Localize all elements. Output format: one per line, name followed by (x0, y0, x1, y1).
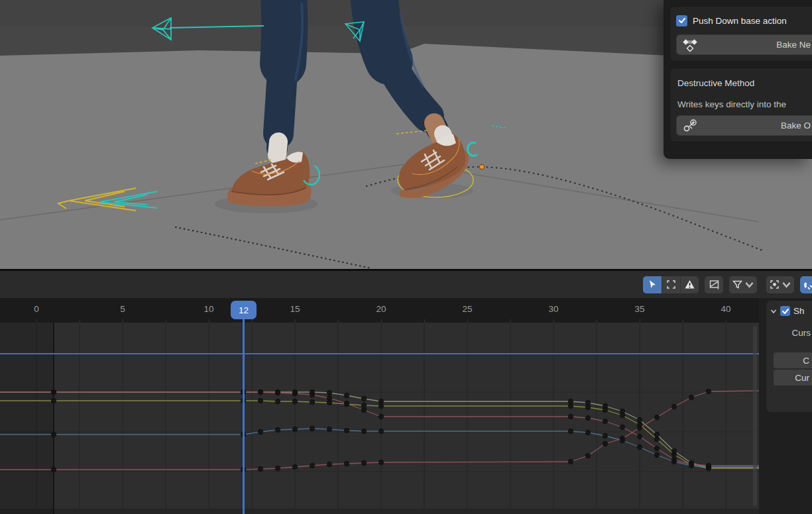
keyframe-dot[interactable] (637, 434, 642, 439)
normalize-button[interactable] (705, 276, 723, 293)
keyframe-dot[interactable] (620, 413, 625, 418)
timeline-ruler[interactable]: 0510152025303540 (0, 298, 759, 323)
action-icon (682, 38, 698, 52)
keyframe-dot[interactable] (568, 414, 573, 419)
keyframe-dot[interactable] (258, 398, 263, 403)
panel-chevron-down-icon[interactable] (770, 308, 777, 315)
playhead-line[interactable] (243, 319, 245, 514)
keyframe-dot[interactable] (344, 461, 349, 466)
keyframe-dot[interactable] (51, 432, 56, 437)
graph-scrollbar[interactable] (753, 326, 757, 506)
keyframe-dot[interactable] (344, 428, 349, 433)
keyframe-dot[interactable] (637, 444, 642, 450)
sidebar-button-top[interactable]: C (774, 352, 812, 368)
keyframe-dot[interactable] (361, 396, 367, 401)
playhead-badge[interactable]: 12 (231, 301, 257, 319)
keyframe-dot[interactable] (51, 398, 56, 403)
bake-object-button[interactable]: Bake O (676, 115, 812, 136)
keyframe-dot[interactable] (620, 425, 625, 430)
sidebar-checkbox[interactable] (780, 306, 790, 316)
show-errors-button[interactable] (680, 276, 699, 293)
keyframe-dot[interactable] (344, 401, 349, 406)
proportional-editing-button[interactable] (766, 276, 794, 293)
filter-button[interactable] (729, 276, 757, 293)
keyframe-dot[interactable] (310, 399, 315, 405)
keyframe-dot[interactable] (275, 466, 280, 471)
keyframe-dot[interactable] (671, 404, 677, 409)
keyframe-dot[interactable] (603, 433, 608, 438)
keyframe-dot[interactable] (568, 429, 573, 434)
keyframe-dot[interactable] (637, 425, 642, 431)
keyframe-dot[interactable] (568, 459, 573, 464)
bake-new-action-button[interactable]: Bake Ne (676, 34, 812, 55)
keyframe-dot[interactable] (327, 395, 332, 401)
destructive-method-title: Destructive Method (677, 78, 812, 88)
keyframe-dot[interactable] (585, 453, 591, 458)
normalize-group (705, 276, 723, 293)
destructive-method-desc: Writes keys directly into the (677, 99, 812, 109)
box-select-icon (666, 279, 677, 290)
keyframe-dot[interactable] (603, 441, 608, 446)
sidebar-button-bottom[interactable]: Cur (774, 370, 812, 386)
keyframe-dot[interactable] (568, 403, 573, 409)
keyframe-dot[interactable] (654, 446, 660, 451)
graph-editor-canvas[interactable] (0, 323, 759, 514)
keyframe-dot[interactable] (689, 395, 694, 400)
keyframe-dot[interactable] (292, 391, 298, 396)
keyframe-dot[interactable] (258, 429, 263, 435)
keyframe-dot[interactable] (603, 419, 608, 424)
keyframe-dot[interactable] (51, 389, 56, 395)
keyframe-dot[interactable] (310, 463, 315, 468)
keyframe-dot[interactable] (689, 463, 694, 468)
cursor-select-icon (647, 279, 658, 290)
keyframe-dot[interactable] (258, 389, 263, 395)
keyframe-dot[interactable] (327, 390, 332, 395)
keyframe-dot[interactable] (275, 399, 280, 404)
keyframe-dot[interactable] (275, 390, 280, 395)
keyframe-dot[interactable] (292, 399, 298, 404)
keyframe-dot[interactable] (671, 459, 677, 464)
keyframe-dot[interactable] (620, 436, 625, 441)
chevron-down-icon (744, 279, 755, 290)
keyframe-dot[interactable] (258, 466, 263, 472)
keyframe-dot[interactable] (378, 460, 384, 465)
keyframe-dot[interactable] (378, 403, 384, 409)
keyframe-dot[interactable] (361, 429, 367, 434)
keyframe-dot[interactable] (654, 437, 660, 442)
keyframe-dot[interactable] (706, 389, 711, 394)
keyframe-dot[interactable] (310, 392, 315, 397)
keyframe-dot[interactable] (327, 427, 332, 432)
keyframe-dot[interactable] (671, 452, 677, 457)
keyframe-dot[interactable] (654, 415, 660, 420)
fcurve-plot[interactable] (0, 323, 759, 514)
operator-popover: Push Down base action Bake Ne Destructiv… (664, 0, 812, 159)
keyframe-dot[interactable] (327, 462, 332, 467)
keyframe-dot[interactable] (361, 407, 367, 413)
keyframe-dot[interactable] (585, 430, 591, 435)
left-sock (277, 142, 278, 155)
keyframe-dot[interactable] (378, 414, 384, 419)
keyframe-dot[interactable] (344, 393, 349, 398)
cursor-field-label: Curs (766, 316, 812, 338)
keyframe-dot[interactable] (706, 464, 711, 470)
keyframe-dot[interactable] (310, 426, 315, 431)
keyframe-dot[interactable] (275, 427, 280, 433)
keyframe-dot[interactable] (654, 452, 660, 458)
keyframe-dot[interactable] (585, 415, 591, 421)
keyframe-dot[interactable] (51, 467, 56, 472)
keyframe-dot[interactable] (603, 407, 608, 413)
keyframe-dot[interactable] (585, 405, 591, 410)
keyframe-dot[interactable] (292, 464, 298, 470)
push-down-checkbox[interactable] (676, 15, 687, 26)
box-select-button[interactable] (662, 276, 680, 293)
keyframe-dot[interactable] (378, 429, 384, 434)
keyframe-dot[interactable] (361, 460, 367, 466)
proportional-group (766, 276, 794, 293)
ruler-tick-label: 35 (626, 304, 653, 314)
snap-magnet-button[interactable] (800, 276, 812, 293)
push-down-label: Push Down base action (693, 16, 787, 26)
target-point-gizmo[interactable] (479, 164, 484, 169)
select-tool-group (643, 276, 699, 293)
keyframe-dot[interactable] (292, 427, 298, 432)
cursor-select-button[interactable] (643, 276, 662, 293)
